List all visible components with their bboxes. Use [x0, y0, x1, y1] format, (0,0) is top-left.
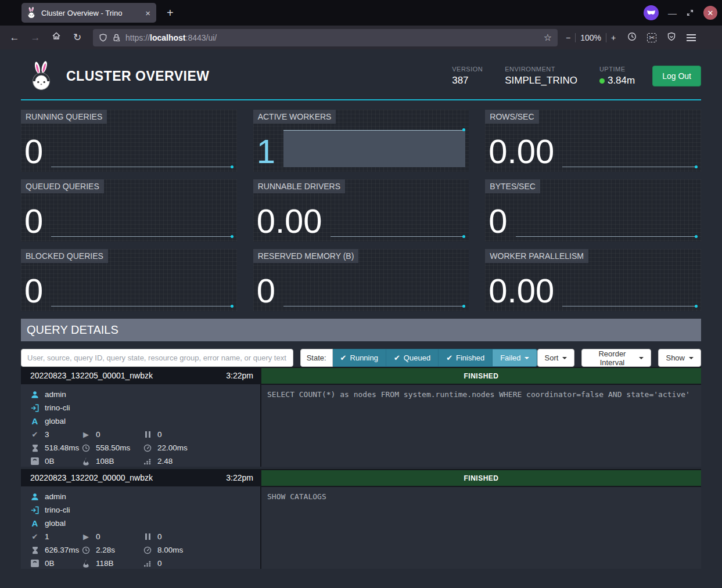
zoom-level[interactable]: 100% [580, 33, 601, 42]
sparkline [331, 200, 466, 237]
execution-time-gauge-icon [143, 546, 152, 554]
query-source: trino-cli [45, 506, 70, 514]
browser-navbar: ← → ↻ https://localhost:8443/ui/ ☆ − 100… [0, 26, 722, 49]
tile-value: 0.00 [488, 134, 554, 169]
user-icon [30, 493, 39, 501]
tile-label: BYTES/SEC [485, 179, 540, 193]
private-browsing-icon [644, 5, 659, 20]
tile-label: WORKER PARALLELISM [485, 249, 588, 263]
peak-memory-flame-icon [81, 560, 91, 568]
url-bar[interactable]: https://localhost:8443/ui/ ☆ [93, 29, 558, 46]
tile-runnable-drivers: 0.00 RUNNABLE DRIVERS [253, 179, 469, 241]
state-queued-button[interactable]: ✔ Queued [386, 349, 439, 367]
home-icon[interactable] [48, 31, 65, 44]
url-text[interactable]: https://localhost:8443/ui/ [125, 33, 539, 42]
shield-check-icon[interactable] [667, 32, 676, 44]
sparkline [283, 269, 465, 306]
logout-button[interactable]: Log Out [652, 66, 701, 86]
browser-titlebar: Cluster Overview - Trino × + — ✕ [0, 0, 722, 26]
query-row: 20220823_132205_00001_nwbzk 3:22pm admin… [21, 367, 701, 467]
sparkline [562, 130, 698, 167]
version-value: 387 [452, 75, 483, 86]
window-minimize-button[interactable]: — [668, 8, 677, 18]
tile-bytes-sec: 0 BYTES/SEC [485, 179, 701, 241]
trino-logo-icon [29, 61, 53, 91]
browser-tab[interactable]: Cluster Overview - Trino × [21, 3, 156, 23]
sort-dropdown[interactable]: Sort [537, 349, 575, 367]
check-icon: ✔ [394, 353, 400, 362]
back-icon[interactable]: ← [6, 32, 23, 44]
query-id-link[interactable]: 20220823_132202_00000_nwbzk [30, 473, 153, 482]
chevron-down-icon [525, 357, 529, 359]
query-source: trino-cli [45, 403, 70, 412]
screenshot-scissors-icon[interactable]: ✂ [647, 33, 656, 42]
check-icon: ✔ [340, 353, 347, 362]
resource-group-icon: A [30, 416, 39, 426]
tile-blocked-queries: 0 BLOCKED QUERIES [21, 249, 237, 311]
sparkline-endpoint-dot [231, 235, 234, 238]
url-host: localhost [150, 33, 185, 42]
completed-splits-check-icon: ✔ [30, 532, 39, 541]
user-icon [30, 391, 39, 399]
current-memory: 0B [45, 457, 55, 466]
new-tab-button[interactable]: + [167, 6, 174, 20]
menu-hamburger-icon[interactable] [687, 33, 696, 43]
completed-splits: 1 [45, 532, 49, 541]
peak-memory-flame-icon [81, 457, 91, 466]
query-user: admin [45, 492, 66, 501]
tile-value: 0 [24, 134, 43, 169]
forward-icon[interactable]: → [27, 32, 44, 44]
uptime-value: 3.84m [608, 75, 635, 86]
query-time: 3:22pm [226, 371, 253, 380]
environment-block: ENVIRONMENT SIMPLE_TRINO [505, 66, 577, 86]
lock-warning-icon[interactable] [112, 33, 121, 42]
query-search-input[interactable] [21, 349, 293, 367]
state-running-button[interactable]: ✔ Running [333, 349, 386, 367]
version-label: VERSION [452, 66, 483, 73]
window-maximize-button[interactable] [686, 9, 694, 17]
bookmark-star-icon[interactable]: ☆ [544, 32, 552, 43]
tile-label: RUNNABLE DRIVERS [253, 179, 345, 193]
sparkline-endpoint-dot [695, 165, 698, 168]
queued-splits-pause-icon [143, 431, 152, 438]
tile-value: 0 [24, 273, 43, 309]
uptime-block: UPTIME 3.84m [599, 66, 635, 86]
source-signin-icon [30, 404, 39, 412]
reload-icon[interactable]: ↻ [69, 31, 86, 44]
queued-splits: 0 [157, 430, 162, 439]
window-close-button[interactable]: ✕ [703, 6, 717, 20]
resource-group-icon: A [30, 518, 39, 528]
state-finished-button[interactable]: ✔ Finished [439, 349, 493, 367]
tracking-shield-icon[interactable] [99, 33, 107, 42]
cumulative-memory: 0 [157, 559, 162, 568]
reorder-interval-dropdown[interactable]: Reorder Interval [581, 349, 651, 367]
cumulative-memory-bars-icon [143, 560, 152, 567]
tab-close-icon[interactable]: × [144, 8, 152, 18]
sparkline [562, 269, 698, 306]
cpu-time-clock-icon [81, 546, 91, 554]
wall-time: 518.48ms [45, 443, 79, 452]
peak-memory: 118B [96, 559, 114, 568]
tile-label: BLOCKED QUERIES [21, 249, 108, 263]
show-dropdown[interactable]: Show [658, 349, 701, 367]
sparkline-endpoint-dot [695, 235, 698, 238]
query-time: 3:22pm [226, 473, 253, 482]
zoom-in-icon[interactable]: + [611, 33, 616, 42]
tile-value: 0 [24, 203, 43, 239]
state-failed-dropdown[interactable]: Failed [493, 349, 537, 367]
queued-splits-pause-icon [143, 533, 152, 540]
queued-splits: 0 [157, 532, 162, 541]
current-memory: 0B [45, 559, 55, 568]
sparkline-endpoint-dot [695, 305, 698, 308]
query-id-link[interactable]: 20220823_132205_00001_nwbzk [30, 371, 153, 380]
url-scheme: https:// [125, 33, 150, 42]
tile-label: RUNNING QUERIES [21, 110, 107, 124]
tile-value: 1 [257, 134, 275, 169]
sparkline-endpoint-dot [462, 235, 465, 238]
running-splits: 0 [96, 532, 100, 541]
execution-time: 8.00ms [157, 546, 183, 554]
tile-value: 0.00 [257, 203, 322, 239]
tile-label: QUEUED QUERIES [21, 179, 104, 193]
history-clock-icon[interactable] [627, 32, 637, 44]
zoom-out-icon[interactable]: − [566, 33, 570, 42]
